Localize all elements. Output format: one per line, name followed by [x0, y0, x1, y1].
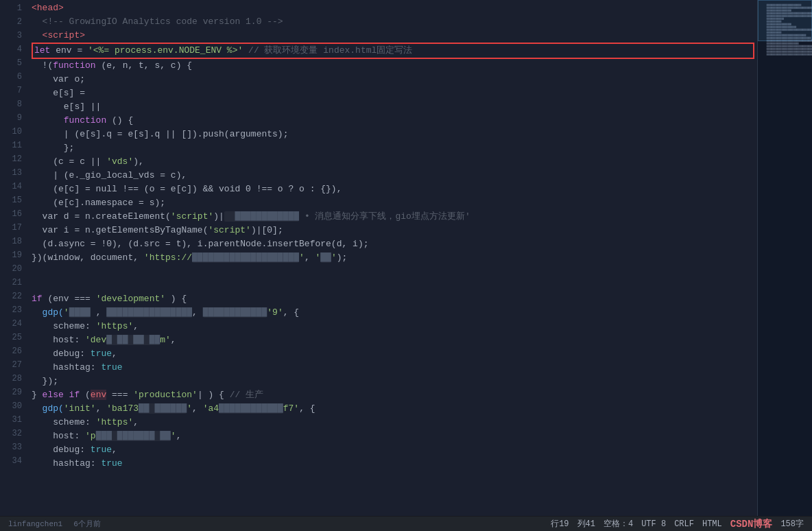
code-token: , — [171, 335, 176, 345]
code-token: host: — [32, 335, 85, 345]
line-number: 7 — [0, 84, 22, 97]
code-token: ████████████████████ — [192, 252, 299, 263]
code-line: gdp('████ , ████████████████, ██████████… — [32, 306, 757, 320]
line-number: 21 — [0, 276, 22, 290]
minimap: ████████████████████████████ ███████████… — [757, 0, 812, 531]
code-token: ' — [64, 307, 69, 318]
time-ago: 6个月前 — [73, 519, 101, 529]
code-token: var i = n.getElementsByTagName( — [32, 225, 208, 235]
code-token: ██ — [320, 252, 331, 263]
code-token: <head> — [32, 3, 64, 13]
code-token: , — [112, 445, 117, 455]
code-token: , — [133, 321, 139, 331]
code-token: )|[0]; — [251, 225, 283, 235]
line-number: 28 — [0, 372, 22, 386]
code-line: hashtag: true — [32, 457, 757, 471]
line-number: 12 — [0, 152, 22, 166]
code-token: gdp( — [32, 403, 64, 414]
code-line: gdp('init', 'ba173██ ██████', 'a4███████… — [32, 402, 757, 416]
code-line: (e[c].namespace = s); — [32, 196, 757, 210]
space-info: 空格：4 — [604, 518, 633, 530]
code-token: scheme: — [32, 321, 96, 331]
code-line: (d.async = !0), (d.src = t), i.parentNod… — [32, 237, 757, 251]
code-token: )| — [213, 211, 224, 222]
code-token: ) { — [165, 294, 187, 304]
code-token: • 消息通知分享下线，gio埋点方法更新' — [299, 211, 470, 222]
code-token: true — [101, 458, 122, 469]
code-token: 'https' — [96, 321, 134, 331]
code-token: | (e._gio_local_vds = c), — [32, 170, 187, 180]
code-token: <script> — [32, 30, 85, 40]
code-line: hashtag: true — [32, 361, 757, 375]
code-line: host: 'p███ ███████ ██', — [32, 429, 757, 443]
code-token: ' — [187, 403, 192, 414]
code-line: })(window, document, 'https://██████████… — [32, 251, 757, 265]
code-token: gdp( — [32, 307, 64, 318]
code-token: , — [304, 252, 315, 263]
code-token: (d.async = !0), (d.src = t), i.parentNod… — [32, 239, 368, 249]
code-line: let env = '<%= process.env.NODE_ENV %>' … — [32, 43, 757, 59]
code-token: | (e[s].q = e[s].q || []).push(arguments… — [32, 129, 288, 139]
code-token: , — [96, 403, 107, 414]
code-token: 'dev — [85, 335, 106, 345]
code-token: m' — [160, 335, 171, 345]
line-number: 29 — [0, 386, 22, 399]
code-line: }; — [32, 141, 757, 155]
code-line — [32, 265, 757, 279]
code-line: <script> — [32, 29, 757, 43]
line-number: 31 — [0, 413, 22, 427]
code-token: 'script' — [208, 225, 250, 235]
code-token: (e[c].namespace = s); — [32, 198, 165, 208]
code-token: ███ ███████ ██ — [96, 431, 171, 441]
line-number: 23 — [0, 303, 22, 317]
code-token: else if — [43, 390, 80, 400]
line-number: 9 — [0, 111, 22, 125]
code-token: ████████████ — [224, 211, 299, 222]
code-line: debug: true, — [32, 443, 757, 457]
line-number: 19 — [0, 248, 22, 262]
code-token: ' — [331, 252, 337, 263]
code-token: 'a4 — [203, 403, 219, 414]
code-token: ' — [171, 431, 176, 441]
code-token: ████ — [69, 307, 91, 318]
code-token: | ) { — [198, 390, 230, 400]
code-token: true — [101, 362, 122, 373]
code-line: host: 'dev█ ██ ██ ██m', — [32, 333, 757, 347]
code-token: scheme: — [32, 417, 96, 427]
code-line: scheme: 'https', — [32, 416, 757, 429]
code-token: 'script' — [171, 211, 213, 222]
line-number: 13 — [0, 166, 22, 180]
line-number: 16 — [0, 207, 22, 221]
line-number: 26 — [0, 344, 22, 358]
code-token: var o; — [32, 74, 85, 84]
code-token: '9' — [267, 307, 283, 318]
code-area[interactable]: <head> <!-- GrowingIO Analytics code ver… — [26, 0, 757, 531]
code-line: e[s] || — [32, 100, 757, 114]
code-token: ( — [80, 390, 91, 400]
code-line: <!-- GrowingIO Analytics code version 1.… — [32, 15, 757, 29]
code-token: var d = n.createElement( — [32, 211, 171, 222]
statusbar: linfangchen1 6个月前 行19 列41 空格：4 UTF 8 CRL… — [0, 516, 812, 531]
code-token: , — [176, 431, 182, 441]
line-number: 5 — [0, 56, 22, 70]
code-token: ), — [133, 156, 144, 167]
code-token: , { — [283, 307, 299, 318]
status-right: 行19 列41 空格：4 UTF 8 CRLF HTML CSDN博客 158字 — [551, 518, 804, 530]
code-token: debug: — [32, 349, 91, 359]
code-line: var d = n.createElement('script')| █████… — [32, 210, 757, 224]
code-token: ████████████████ — [106, 307, 192, 318]
line-number: 18 — [0, 235, 22, 248]
code-token: !( — [32, 60, 53, 71]
code-line: <head> — [32, 1, 757, 15]
line-number: 10 — [0, 125, 22, 139]
code-token: function — [32, 115, 106, 126]
code-token: () { — [106, 115, 133, 126]
line-number: 14 — [0, 180, 22, 193]
code-token: hashtag: — [32, 362, 101, 373]
code-token: <!-- GrowingIO Analytics code version 1.… — [32, 16, 283, 27]
line-number: 33 — [0, 440, 22, 454]
code-token: 'https:// — [144, 252, 192, 263]
code-token: 'vds' — [106, 156, 133, 167]
code-line: var o; — [32, 73, 757, 86]
code-token: , — [91, 307, 106, 318]
